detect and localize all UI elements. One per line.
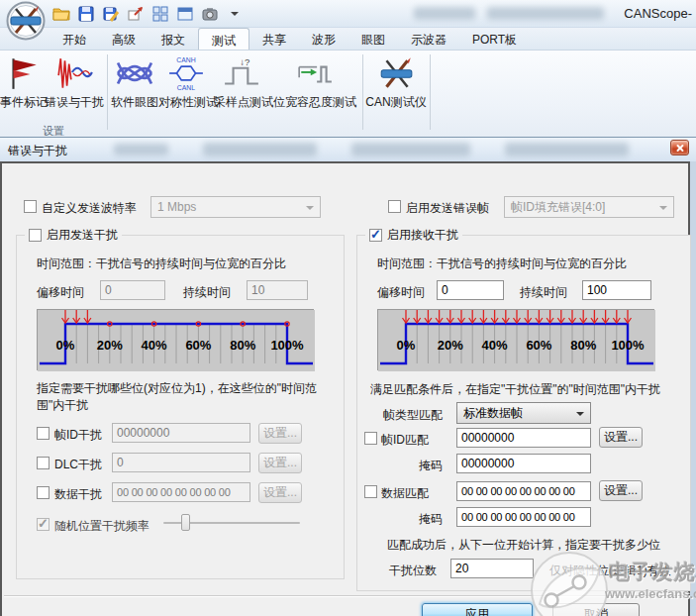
redacted-background bbox=[114, 144, 168, 155]
offset-time-input[interactable] bbox=[437, 280, 504, 300]
error-frame-type-select[interactable]: 帧ID填充错误[4:0] bbox=[504, 196, 674, 218]
slider-handle[interactable] bbox=[181, 514, 190, 531]
dlc-settings-button[interactable]: 设置... bbox=[258, 453, 302, 473]
data-match-settings-button[interactable]: 设置... bbox=[599, 480, 643, 501]
redacted-title-text bbox=[487, 7, 604, 20]
tile-windows-icon[interactable] bbox=[150, 4, 170, 24]
svg-text:60%: 60% bbox=[526, 338, 551, 353]
random-position-checkbox[interactable] bbox=[37, 518, 50, 531]
tab-advanced[interactable]: 高级 bbox=[99, 28, 149, 50]
canscope-window: CANScope- 开始 高级 报文 测试 共享 波形 眼图 示波器 PORT板… bbox=[0, 0, 696, 616]
dialog-titlebar[interactable]: 错误与干扰 bbox=[0, 137, 696, 161]
chevron-down-icon bbox=[576, 412, 584, 420]
frame-id-settings-button[interactable]: 设置... bbox=[258, 423, 302, 444]
error-interference-button[interactable]: 错误与干扰 bbox=[44, 52, 105, 118]
id-mask-label: 掩码 bbox=[419, 458, 443, 474]
eye-diagram-icon bbox=[116, 54, 153, 92]
ribbon-item-label: 位宽容忍度测试 bbox=[269, 94, 360, 111]
baud-rate-select[interactable]: 1 Mbps bbox=[150, 196, 321, 218]
frame-id-interference-checkbox[interactable] bbox=[37, 427, 50, 440]
dlc-interference-checkbox[interactable] bbox=[37, 457, 50, 469]
open-folder-icon[interactable] bbox=[51, 4, 71, 24]
window-title: CANScope- bbox=[624, 6, 692, 21]
data-match-label: 数据匹配 bbox=[381, 485, 429, 502]
send-interference-timing-graph: 0%20%40%60%80%100% bbox=[37, 309, 314, 370]
ribbon-item-label: CAN测试仪 bbox=[364, 94, 428, 111]
can-tester-button[interactable]: CAN测试仪 bbox=[364, 52, 428, 118]
cancel-button[interactable]: 取消 bbox=[552, 603, 640, 616]
sample-point-test-button[interactable]: ↓? 采样点测试 bbox=[214, 52, 269, 118]
event-mark-button[interactable]: 事件标记 bbox=[0, 52, 46, 118]
tab-share[interactable]: 共享 bbox=[249, 28, 299, 50]
send-interference-group: 启用发送干扰 时间范围：干扰信号的持续时间与位宽的百分比 偏移时间 持续时间 0… bbox=[16, 235, 345, 579]
time-range-text: 时间范围：干扰信号的持续时间与位宽的百分比 bbox=[377, 256, 627, 272]
group-title: 启用发送干扰 bbox=[47, 227, 118, 244]
ribbon-separator bbox=[430, 54, 431, 130]
symmetry-test-button[interactable]: CANHCANL 对称性测试 bbox=[158, 52, 214, 118]
svg-text:0%: 0% bbox=[56, 338, 75, 353]
duration-label: 持续时间 bbox=[183, 284, 231, 301]
random-frequency-slider[interactable] bbox=[163, 514, 300, 532]
data-settings-button[interactable]: 设置... bbox=[258, 482, 302, 503]
duration-input[interactable] bbox=[582, 280, 651, 300]
offset-time-input[interactable] bbox=[100, 280, 165, 300]
window-icon[interactable] bbox=[175, 4, 195, 24]
close-icon[interactable] bbox=[670, 140, 689, 155]
receive-interference-timing-graph: 0%20%40%60%80%100% bbox=[377, 309, 654, 370]
custom-baud-label: 自定义发送波特率 bbox=[42, 200, 137, 217]
duration-label: 持续时间 bbox=[520, 284, 567, 301]
dlc-interference-label: DLC干扰 bbox=[54, 457, 102, 473]
ribbon: 事件标记 错误与干扰 软件眼图 CANHCANL 对称性测试 ↓? 采样点测试 bbox=[0, 50, 696, 137]
svg-text:20%: 20% bbox=[97, 338, 123, 353]
data-interference-input[interactable] bbox=[112, 482, 250, 502]
tab-port-board[interactable]: PORT板 bbox=[459, 28, 530, 50]
send-error-frame-checkbox[interactable] bbox=[388, 200, 401, 213]
tab-waveform[interactable]: 波形 bbox=[299, 28, 348, 50]
enable-send-interference-checkbox[interactable] bbox=[29, 229, 42, 242]
tab-message[interactable]: 报文 bbox=[149, 28, 198, 50]
more-icon[interactable] bbox=[225, 4, 245, 24]
frame-id-interference-input[interactable] bbox=[112, 423, 250, 443]
tab-eye-diagram[interactable]: 眼图 bbox=[348, 28, 398, 50]
enable-receive-interference-checkbox[interactable] bbox=[369, 229, 382, 242]
data-match-input[interactable] bbox=[456, 481, 591, 501]
frame-type-select[interactable]: 标准数据帧 bbox=[456, 402, 591, 424]
tab-oscilloscope[interactable]: 示波器 bbox=[398, 28, 459, 50]
svg-text:100%: 100% bbox=[270, 338, 304, 353]
recessive-bit-note: 仅对隐性位(逻辑1)有效 bbox=[549, 563, 671, 579]
time-range-text: 时间范围：干扰信号的持续时间与位宽的百分比 bbox=[37, 256, 286, 272]
frame-type-value: 标准数据帧 bbox=[463, 406, 523, 420]
frame-id-match-settings-button[interactable]: 设置... bbox=[599, 427, 643, 448]
match-condition-hint: 满足匹配条件后，在指定"干扰位置"的"时间范围"内干扰 bbox=[370, 381, 660, 398]
ribbon-item-label: 软件眼图 bbox=[111, 94, 158, 111]
application-menu-button[interactable] bbox=[6, 1, 46, 41]
apply-button[interactable]: 应用 bbox=[422, 603, 533, 616]
ribbon-tab-bar: 开始 高级 报文 测试 共享 波形 眼图 示波器 PORT板 bbox=[0, 28, 696, 50]
id-mask-input[interactable] bbox=[456, 454, 591, 473]
redacted-background bbox=[351, 143, 470, 156]
data-match-checkbox[interactable] bbox=[364, 485, 377, 498]
frame-id-match-input[interactable] bbox=[456, 428, 591, 448]
svg-text:40%: 40% bbox=[482, 338, 508, 353]
tab-test[interactable]: 测试 bbox=[198, 28, 249, 50]
divider bbox=[4, 595, 690, 597]
export-icon[interactable] bbox=[126, 4, 146, 24]
custom-baud-checkbox[interactable] bbox=[24, 200, 37, 213]
interference-bits-label: 干扰位数 bbox=[389, 563, 437, 579]
software-eye-button[interactable]: 软件眼图 bbox=[111, 52, 158, 118]
save-edit-icon[interactable] bbox=[101, 4, 121, 24]
camera-icon[interactable] bbox=[200, 4, 220, 24]
data-interference-checkbox[interactable] bbox=[37, 486, 50, 499]
interference-bits-input[interactable] bbox=[450, 559, 534, 578]
frame-type-match-label: 帧类型匹配 bbox=[383, 407, 443, 424]
dlc-interference-input[interactable] bbox=[112, 453, 250, 472]
save-icon[interactable] bbox=[76, 4, 96, 24]
sample-pulse-icon: ↓? bbox=[223, 54, 260, 92]
quick-access-toolbar bbox=[51, 4, 245, 24]
frame-id-match-checkbox[interactable] bbox=[364, 432, 377, 445]
tab-start[interactable]: 开始 bbox=[50, 28, 99, 50]
data-mask-input[interactable] bbox=[456, 507, 591, 527]
bit-width-pulse-icon bbox=[296, 54, 334, 92]
bit-width-tolerance-test-button[interactable]: 位宽容忍度测试 bbox=[269, 52, 360, 118]
duration-input[interactable] bbox=[247, 280, 308, 300]
